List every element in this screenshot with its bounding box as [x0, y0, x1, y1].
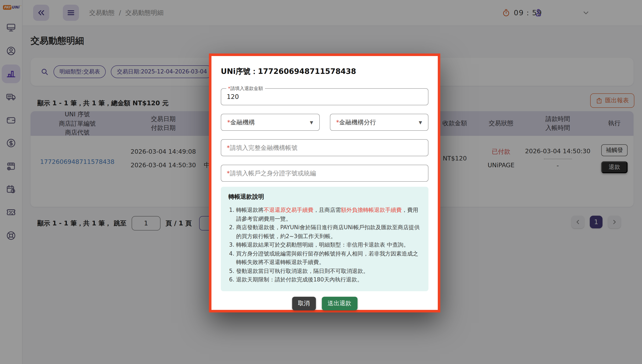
id-number-input[interactable]: *請填入帳戶之身分證字號或統編 — [221, 165, 428, 182]
refund-notes-title: 轉帳退款說明 — [228, 193, 421, 201]
modal-actions: 取消 送出退款 — [221, 297, 428, 310]
refund-amount-label: *請填入退款金額 — [226, 85, 265, 92]
bank-select[interactable]: *金融機構 ▼ — [221, 114, 320, 131]
refund-amount-value: 120 — [221, 93, 239, 100]
refund-note-4: 買方身分證號或統編需與銀行留存的帳號持有人相同，若非我方因素造成之轉帳失敗將不退… — [236, 250, 421, 267]
refund-notes-list: 轉帳退款將不退還原交易手續費，且商店需額外負擔轉帳退款手續費，費用請參考官網費用… — [228, 206, 421, 284]
bank-select-label: *金融機構 — [227, 118, 255, 126]
modal-title: UNi序號：1772606948711578438 — [221, 66, 428, 76]
refund-note-2: 商店發動退款後，PAYUNi會於隔日進行商店UNi帳戶扣款及匯款至商店提供的買方… — [236, 223, 421, 241]
select-arrow-icon: ▼ — [310, 120, 313, 124]
refund-note-3: 轉帳退款結果可於交易動態明細，明細類型：非信用卡退款表 中查詢。 — [236, 241, 421, 250]
refund-note-5: 發動退款當日可執行取消退款，隔日則不可取消退款。 — [236, 267, 421, 276]
bank-account-input[interactable]: *請填入完整金融機構帳號 — [221, 139, 428, 156]
refund-note-6: 退款天期限制：請於付款完成後180天內執行退款。 — [236, 276, 421, 284]
id-number-placeholder: *請填入帳戶之身分證字號或統編 — [221, 169, 316, 177]
refund-amount-field[interactable]: *請填入退款金額 120 — [221, 88, 428, 105]
branch-select-label: *金融機構分行 — [336, 118, 376, 126]
bank-account-placeholder: *請填入完整金融機構帳號 — [221, 144, 298, 152]
branch-select[interactable]: *金融機構分行 ▼ — [330, 114, 428, 131]
refund-note-1: 轉帳退款將不退還原交易手續費，且商店需額外負擔轉帳退款手續費，費用請參考官網費用… — [236, 206, 421, 223]
submit-refund-button[interactable]: 送出退款 — [322, 297, 357, 310]
refund-notes-box: 轉帳退款說明 轉帳退款將不退還原交易手續費，且商店需額外負擔轉帳退款手續費，費用… — [221, 187, 428, 291]
app-root: PAYUNi˙ — [0, 0, 642, 364]
select-arrow-icon: ▼ — [419, 120, 422, 124]
refund-modal: UNi序號：1772606948711578438 *請填入退款金額 120 *… — [209, 54, 440, 312]
cancel-button[interactable]: 取消 — [292, 297, 316, 310]
